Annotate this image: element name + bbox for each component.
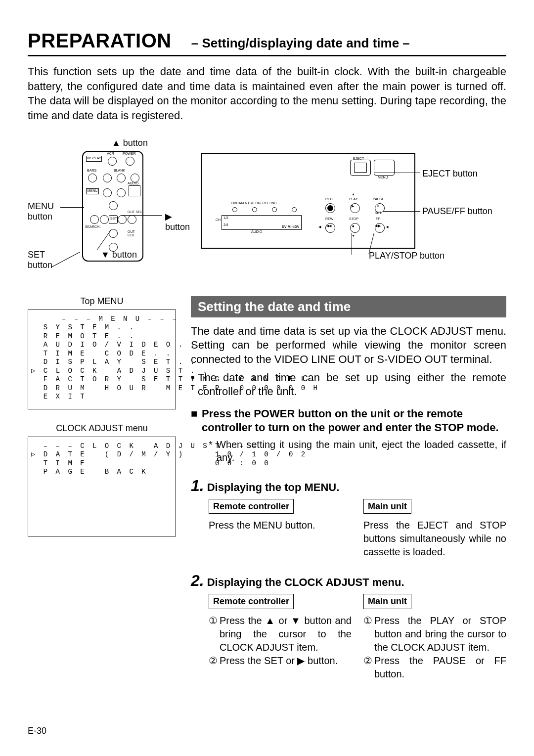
menu-button-label: MENU button: [28, 201, 62, 222]
step-line: ②Press the PAUSE or FF button.: [363, 654, 506, 681]
right-button-label: button: [165, 211, 190, 232]
remote-diagram: button button button MENU button SET but…: [28, 138, 176, 276]
step-two-col: Remote controller①Press the ▲ or ▼ butto…: [209, 594, 506, 680]
step-col-remote: Remote controller①Press the ▲ or ▼ butto…: [209, 594, 352, 680]
power-heading: ■ Press the POWER button on the unit or …: [191, 407, 506, 435]
play-stop-button-label: PLAY/STOP button: [369, 251, 445, 261]
step-line: ①Press the ▲ or ▼ button and bring the c…: [209, 614, 352, 654]
step-number: 1.: [191, 477, 204, 495]
setting-bullet: • The date and time can be set up using …: [191, 371, 506, 399]
step-title: Displaying the CLOCK ADJUST menu.: [207, 576, 404, 590]
page-header: PREPARATION – Setting/displaying date an…: [28, 30, 506, 56]
step-number: 2.: [191, 572, 204, 590]
setting-intro-paragraph: The date and time data is set up via the…: [191, 324, 506, 367]
method-label: Main unit: [363, 499, 411, 514]
top-menu-box: – – – M E N U – – – S Y S T E M . . R E …: [28, 310, 176, 409]
step-heading: 1.Displaying the top MENU.: [191, 477, 506, 495]
step-col-unit: Main unitPress the EJECT and STOP button…: [363, 499, 506, 559]
page-number: E-30: [28, 726, 46, 736]
step-title: Displaying the top MENU.: [207, 481, 340, 495]
clock-menu-title: CLOCK ADJUST menu: [28, 423, 176, 434]
intro-paragraph: This function sets up the date and time …: [28, 64, 506, 123]
step-col-unit: Main unit①Press the PLAY or STOP button …: [363, 594, 506, 680]
power-sub-note: * When setting it using the main unit, e…: [209, 438, 506, 464]
up-button-label: button: [112, 138, 148, 148]
step-line: Press the MENU button.: [209, 519, 352, 532]
method-label: Main unit: [363, 594, 411, 609]
pause-ff-button-label: PAUSE/FF button: [422, 206, 492, 217]
clock-menu-box: – – – C L O C K A D J U S T – – – ▷ D A …: [28, 437, 176, 536]
eject-button-label: EJECT button: [422, 169, 478, 179]
step-line: ①Press the PLAY or STOP button and bring…: [363, 614, 506, 654]
method-label: Remote controller: [209, 499, 294, 514]
step-line: Press the EJECT and STOP buttons simulta…: [363, 519, 506, 559]
right-instruction-column: Setting the date and time The date and t…: [191, 296, 506, 681]
step-two-col: Remote controllerPress the MENU button.M…: [209, 499, 506, 559]
remote-outline: DISPLAY VCR POWER BARS BLANK MENU AUDIO …: [82, 151, 143, 262]
step-col-remote: Remote controllerPress the MENU button.: [209, 499, 352, 559]
step-heading: 2.Displaying the CLOCK ADJUST menu.: [191, 572, 506, 590]
deck-diagram: EJECT button PAUSE/FF button PLAY/STOP b…: [191, 138, 492, 276]
step-line: ②Press the SET or ▶ button.: [209, 654, 352, 667]
header-subtitle: – Setting/displaying date and time –: [191, 36, 410, 51]
method-label: Remote controller: [209, 594, 294, 609]
lower-columns: Top MENU – – – M E N U – – – S Y S T E M…: [28, 296, 506, 681]
diagram-row: button button button MENU button SET but…: [28, 138, 506, 276]
header-title: PREPARATION: [28, 30, 172, 52]
section-title-bar: Setting the date and time: [191, 296, 506, 317]
set-button-label: SET button: [28, 250, 62, 270]
deck-outline: EJECT MENU DVCAM NTSC PAL REC INH. 1/3 C…: [201, 153, 415, 249]
steps-container: 1.Displaying the top MENU.Remote control…: [191, 477, 506, 681]
top-menu-title: Top MENU: [28, 296, 176, 307]
left-menu-column: Top MENU – – – M E N U – – – S Y S T E M…: [28, 296, 176, 681]
